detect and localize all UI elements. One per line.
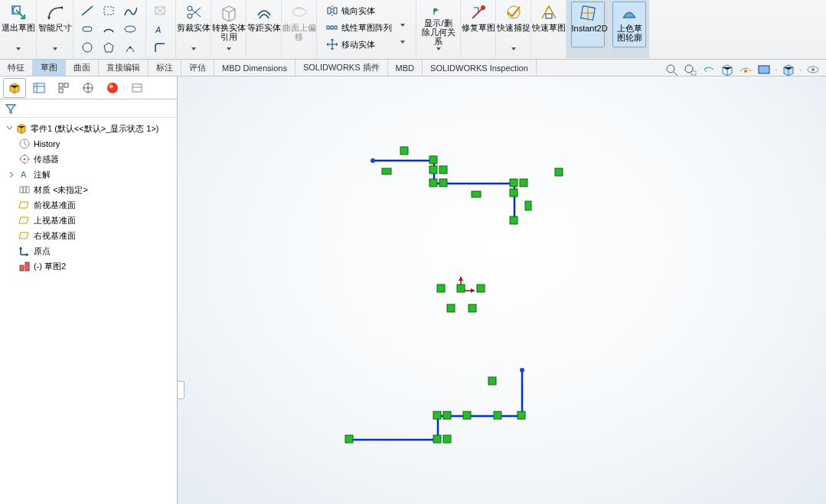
sketch-point[interactable] (457, 285, 465, 292)
tree-root[interactable]: 零件1 (默认<<默认>_显示状态 1>) (2, 121, 175, 136)
expand-icon[interactable] (8, 170, 17, 179)
svg-rect-12 (434, 9, 436, 11)
dropdown-icon[interactable] (15, 47, 22, 55)
tab-direct-edit[interactable]: 直接编辑 (99, 60, 149, 76)
fm-tab-appearance[interactable] (101, 78, 124, 98)
arc-tool[interactable] (100, 21, 118, 37)
convert-entities-button[interactable]: 转换实体引用 (212, 2, 246, 47)
tree-root-label: 零件1 (默认<<默认>_显示状态 1>) (31, 123, 159, 135)
fillet-tool[interactable] (151, 40, 169, 55)
dropdown-icon[interactable] (435, 47, 442, 55)
display-style-icon[interactable] (756, 62, 772, 77)
tab-evaluate[interactable]: 评估 (181, 60, 214, 76)
show-delete-relations-button[interactable]: 显示/删除几何关系 (422, 2, 455, 47)
tree-item-origin[interactable]: 原点 (2, 243, 175, 259)
smart-dimension-button[interactable]: 智能尺寸 (38, 2, 72, 47)
fm-tab-property[interactable] (28, 78, 51, 98)
fm-tabs (0, 76, 177, 99)
project-tool[interactable] (151, 3, 169, 18)
circle-tool[interactable] (78, 40, 96, 55)
mirror-row[interactable]: 镜向实体 (323, 3, 410, 18)
fm-tab-dimxpert[interactable] (77, 78, 100, 98)
sketch-tools-grid (77, 2, 142, 58)
fm-tab-tree[interactable] (3, 78, 26, 98)
shade-contour-label: 上色草图轮廓 (613, 24, 645, 42)
svg-rect-47 (472, 191, 481, 197)
sketch-canvas[interactable] (178, 76, 826, 504)
text-tool[interactable]: A (151, 21, 169, 37)
trim-label: 剪裁实体 (177, 23, 211, 32)
sketch-point[interactable] (447, 304, 455, 312)
linear-pattern-row[interactable]: 线性草图阵列 (323, 20, 410, 35)
fm-tab-extra[interactable] (126, 78, 149, 98)
rapid-sketch-button[interactable]: 快速草图 (532, 2, 566, 47)
sketch-point[interactable] (469, 304, 476, 312)
quick-snap-button[interactable]: 快速捕捉 (497, 2, 531, 47)
svg-rect-1 (83, 27, 92, 31)
tree-item-sensors[interactable]: 传感器 (2, 151, 175, 167)
graphics-area[interactable] (178, 76, 826, 504)
tab-mbd[interactable]: MBD (388, 60, 423, 76)
tab-mbd-dimensions[interactable]: MBD Dimensions (214, 60, 295, 76)
instant2d-button[interactable]: Instant2D (571, 2, 605, 47)
tab-addins[interactable]: SOLIDWORKS 插件 (295, 60, 388, 76)
tree-item-material[interactable]: 材质 <未指定> (2, 182, 175, 197)
line-tool[interactable] (78, 3, 96, 18)
dynamic-view-icon[interactable] (737, 62, 754, 77)
svg-point-13 (481, 5, 485, 10)
tree-item-top-plane[interactable]: 上视基准面 (2, 213, 175, 228)
svg-point-23 (811, 68, 815, 71)
top-sketch-profile[interactable] (371, 147, 563, 224)
exit-sketch-button[interactable]: 退出草图 (2, 2, 35, 47)
fm-tab-config[interactable] (52, 78, 75, 98)
sketch-point[interactable] (477, 285, 485, 292)
section-view-icon[interactable] (719, 62, 736, 77)
previous-view-icon[interactable] (700, 62, 717, 77)
dropdown-icon[interactable] (51, 47, 59, 55)
filter-icon[interactable] (5, 102, 17, 115)
tree-item-right-plane[interactable]: 右视基准面 (2, 228, 175, 243)
tree-item-annotations[interactable]: A 注解 (2, 167, 175, 182)
bottom-sketch-profile[interactable] (345, 368, 525, 443)
sketch-point[interactable] (437, 285, 445, 292)
view-orientation-icon[interactable] (780, 62, 797, 77)
ellipse-tool[interactable] (121, 21, 139, 37)
tree-item-front-plane[interactable]: 前视基准面 (2, 197, 175, 213)
svg-point-55 (520, 368, 524, 372)
svg-rect-0 (104, 7, 113, 15)
hide-show-icon[interactable] (805, 62, 821, 77)
spline-tool[interactable] (121, 3, 139, 18)
tab-features[interactable]: 特征 (0, 60, 33, 76)
tab-surfaces[interactable]: 曲面 (66, 60, 99, 76)
rect-tool[interactable] (100, 3, 118, 18)
trim-button[interactable]: 剪裁实体 (177, 2, 211, 47)
instant2d-label: Instant2D (572, 24, 604, 33)
surface-offset-button[interactable]: 曲面上偏移 (282, 2, 316, 47)
offset-button[interactable]: 等距实体 (247, 2, 281, 47)
repair-sketch-button[interactable]: 修复草图 (462, 2, 495, 47)
dropdown-icon[interactable] (225, 47, 233, 55)
dropdown-icon[interactable] (190, 47, 198, 55)
part-icon (15, 122, 28, 135)
shade-contour-button[interactable]: 上色草图轮廓 (612, 2, 646, 47)
dropdown-icon[interactable] (510, 47, 517, 55)
collapse-icon[interactable] (5, 124, 14, 133)
tree-item-history[interactable]: History (2, 136, 175, 151)
svg-rect-57 (433, 435, 441, 443)
svg-point-2 (125, 26, 135, 32)
move-row[interactable]: 移动实体 (323, 37, 410, 52)
tab-sketch[interactable]: 草图 (33, 60, 66, 76)
tree-item-sketch2[interactable]: (-) 草图2 (2, 259, 175, 274)
convert-label: 转换实体引用 (212, 23, 246, 41)
tab-inspection[interactable]: SOLIDWORKS Inspection (423, 60, 537, 76)
point-tool[interactable] (121, 40, 139, 55)
quick-snap-label: 快速捕捉 (497, 23, 531, 32)
svg-rect-60 (443, 411, 451, 419)
tab-annotate[interactable]: 标注 (149, 60, 181, 76)
zoom-area-icon[interactable] (682, 62, 699, 77)
zoom-fit-icon[interactable] (664, 62, 681, 77)
svg-rect-63 (517, 411, 525, 419)
slot-tool[interactable] (78, 21, 96, 37)
polygon-tool[interactable] (100, 40, 118, 55)
panel-collapse-handle[interactable] (178, 381, 184, 399)
